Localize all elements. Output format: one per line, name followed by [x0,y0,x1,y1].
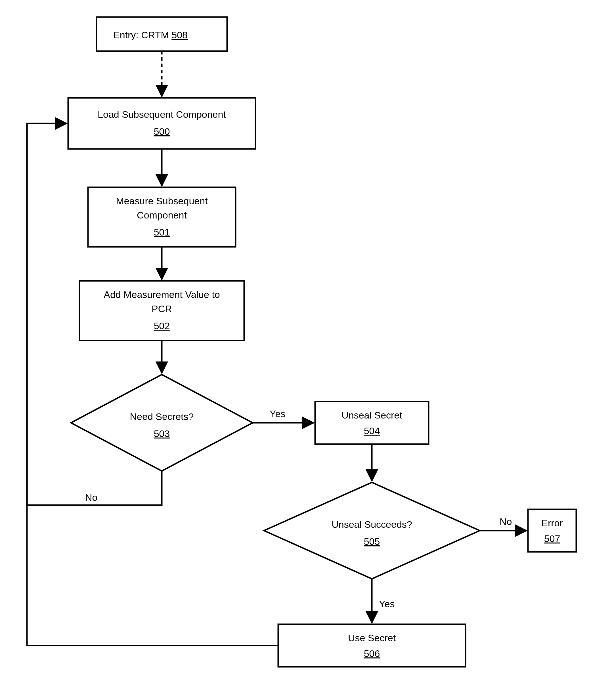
edge-503-504-label: Yes [270,408,285,419]
node-measure-subsequent: Measure Subsequent Component 501 [88,187,236,247]
node-add-measurement-line2: PCR [151,303,172,314]
svg-rect-9 [278,624,466,667]
node-unseal-succeeds: Unseal Succeeds? 505 [264,482,480,579]
node-need-secrets-label: Need Secrets? [130,411,194,422]
node-unseal-secret-ref: 504 [364,425,380,436]
svg-rect-6 [315,402,429,444]
node-unseal-succeeds-label: Unseal Succeeds? [332,519,412,530]
flowchart: Entry: CRTM 508 Load Subsequent Componen… [0,0,591,700]
node-load-subsequent-ref: 500 [154,126,170,137]
node-entry-crtm: Entry: CRTM 508 [96,17,227,51]
node-error-ref: 507 [544,533,560,544]
node-entry-crtm-label: Entry: CRTM [113,29,169,40]
node-need-secrets-ref: 503 [154,428,170,439]
node-unseal-secret-label: Unseal Secret [341,410,402,421]
node-unseal-succeeds-ref: 505 [364,536,380,547]
node-need-secrets: Need Secrets? 503 [71,374,253,471]
edge-503-500-label: No [85,492,97,503]
node-add-measurement-line1: Add Measurement Value to [104,289,220,300]
edge-505-506-label: Yes [379,599,395,609]
node-load-subsequent-label: Load Subsequent Component [97,109,226,120]
svg-rect-2 [68,98,256,149]
node-use-secret-label: Use Secret [348,632,396,643]
node-load-subsequent: Load Subsequent Component 500 [68,98,256,149]
svg-marker-5 [71,374,253,471]
node-measure-subsequent-line2: Component [137,210,187,220]
node-unseal-secret: Unseal Secret 504 [315,402,429,444]
node-use-secret-ref: 506 [364,648,380,659]
svg-rect-8 [528,509,576,552]
svg-text:Entry: CRTM 508: Entry: CRTM 508 [113,29,188,40]
node-error: Error 507 [528,509,576,552]
node-error-label: Error [541,517,563,528]
node-use-secret: Use Secret 506 [278,624,466,667]
node-measure-subsequent-ref: 501 [154,227,170,237]
node-entry-crtm-ref: 508 [172,29,188,40]
edge-505-507-label: No [500,516,512,527]
node-measure-subsequent-line1: Measure Subsequent [116,196,208,206]
svg-marker-7 [264,482,480,579]
node-add-measurement-ref: 502 [154,320,170,331]
node-add-measurement: Add Measurement Value to PCR 502 [79,281,244,341]
